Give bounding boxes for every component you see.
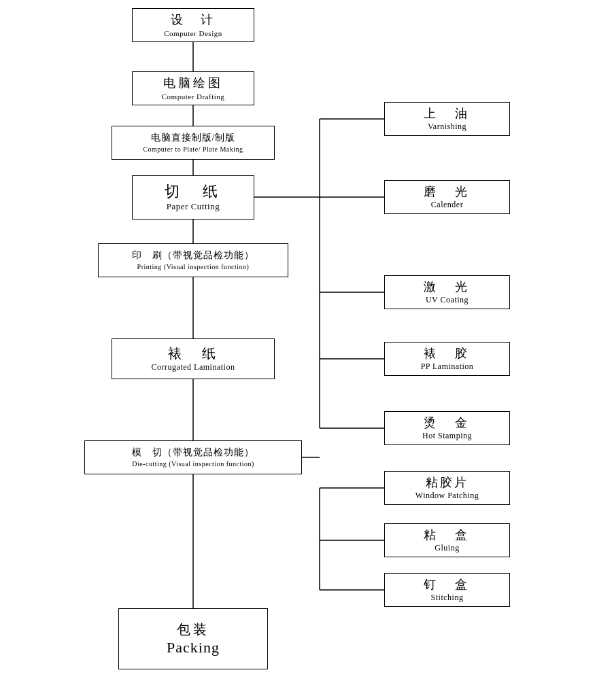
node-plate-making-en: Computer to Plate/ Plate Making xyxy=(143,145,243,154)
node-paper-cutting: 切 纸 Paper Cutting xyxy=(132,175,254,220)
node-calender-zh: 磨 光 xyxy=(424,184,471,200)
node-packing: 包装 Packing xyxy=(118,608,268,669)
node-window-patching-zh: 粘胶片 xyxy=(426,475,469,491)
node-die-cutting-en: Die-cutting (Visual inspection function) xyxy=(132,459,254,468)
node-hot-stamping: 烫 金 Hot Stamping xyxy=(384,411,510,445)
node-hot-stamping-zh: 烫 金 xyxy=(424,415,471,431)
node-paper-cutting-en: Paper Cutting xyxy=(167,201,220,213)
node-uv-coating-zh: 激 光 xyxy=(424,279,471,295)
node-corrugated-zh: 裱 纸 xyxy=(168,345,219,362)
node-computer-drafting-zh: 电脑绘图 xyxy=(163,75,223,91)
node-computer-design-zh: 设 计 xyxy=(171,12,216,28)
node-uv-coating: 激 光 UV Coating xyxy=(384,275,510,309)
node-corrugated: 裱 纸 Corrugated Lamination xyxy=(112,338,275,379)
node-stitching: 钉 盒 Stitching xyxy=(384,573,510,607)
node-corrugated-en: Corrugated Lamination xyxy=(152,362,235,373)
node-varnishing-en: Varnishing xyxy=(428,122,466,133)
flowchart-diagram: 设 计 Computer Design 电脑绘图 Computer Drafti… xyxy=(0,0,612,700)
node-calender-en: Calender xyxy=(431,200,463,211)
node-paper-cutting-zh: 切 纸 xyxy=(165,182,222,202)
node-packing-en: Packing xyxy=(167,638,220,658)
node-pp-lamination-zh: 裱 胶 xyxy=(424,346,471,362)
node-die-cutting: 模 切（带视觉品检功能） Die-cutting (Visual inspect… xyxy=(84,440,302,474)
node-window-patching-en: Window Patching xyxy=(415,491,479,502)
node-uv-coating-en: UV Coating xyxy=(426,295,469,306)
node-gluing: 粘 盒 Gluing xyxy=(384,523,510,557)
node-die-cutting-zh: 模 切（带视觉品检功能） xyxy=(132,447,254,459)
node-calender: 磨 光 Calender xyxy=(384,180,510,214)
node-computer-drafting-en: Computer Drafting xyxy=(162,92,225,101)
node-printing-en: Printing (Visual inspection function) xyxy=(137,262,250,271)
node-stitching-en: Stitching xyxy=(431,593,464,603)
node-window-patching: 粘胶片 Window Patching xyxy=(384,471,510,505)
node-gluing-zh: 粘 盒 xyxy=(424,527,471,543)
node-computer-drafting: 电脑绘图 Computer Drafting xyxy=(132,71,254,105)
node-hot-stamping-en: Hot Stamping xyxy=(422,431,472,442)
node-printing-zh: 印 刷（带视觉品检功能） xyxy=(132,249,254,262)
node-gluing-en: Gluing xyxy=(435,543,459,554)
node-pp-lamination-en: PP Lamination xyxy=(421,362,474,372)
node-stitching-zh: 钉 盒 xyxy=(424,577,471,593)
node-pp-lamination: 裱 胶 PP Lamination xyxy=(384,342,510,376)
node-plate-making: 电脑直接制版/制版 Computer to Plate/ Plate Makin… xyxy=(112,126,275,160)
node-varnishing: 上 油 Varnishing xyxy=(384,102,510,136)
node-varnishing-zh: 上 油 xyxy=(424,106,471,122)
node-printing: 印 刷（带视觉品检功能） Printing (Visual inspection… xyxy=(98,243,288,277)
node-computer-design-en: Computer Design xyxy=(164,29,222,38)
node-packing-zh: 包装 xyxy=(177,620,209,638)
node-computer-design: 设 计 Computer Design xyxy=(132,8,254,42)
connector-lines xyxy=(0,0,612,700)
node-plate-making-zh: 电脑直接制版/制版 xyxy=(151,132,236,144)
